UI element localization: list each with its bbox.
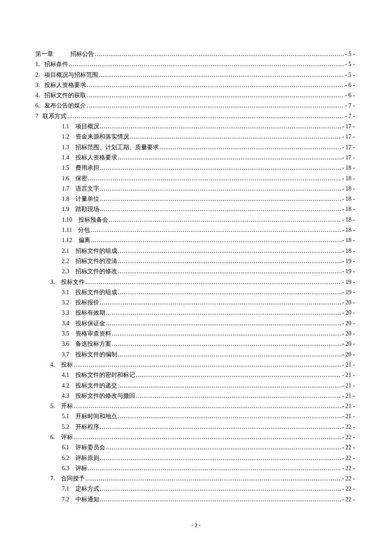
toc-title: 开标程序	[75, 422, 99, 432]
toc-label: 3.2	[62, 298, 69, 308]
toc-page-number: - 18 -	[342, 225, 355, 235]
toc-entry: 2.项目概况与招标范围- 5 -	[35, 70, 355, 80]
toc-leader-dots	[118, 246, 341, 256]
toc-leader-dots	[106, 442, 341, 453]
toc-page-number: - 18 -	[342, 215, 355, 225]
toc-entry: 4.2投标文件的递交- 21 -	[35, 381, 355, 391]
toc-page-number: - 21 -	[342, 411, 355, 422]
toc-leader-dots	[86, 474, 341, 484]
toc-title: 语言文字	[75, 184, 99, 194]
toc-title: 评标原则	[75, 453, 99, 463]
toc-leader-dots	[136, 391, 341, 401]
toc-leader-dots	[100, 194, 341, 204]
toc-leader-dots	[74, 360, 341, 370]
toc-leader-dots	[86, 277, 341, 287]
toc-label: 4.	[35, 90, 40, 101]
toc-entry: 第一章招标公告- 5 -	[35, 49, 355, 59]
toc-title: 项目概况	[75, 121, 99, 132]
toc-entry: 1.4投标人资格要求- 17 -	[35, 153, 355, 163]
toc-page-number: - 22 -	[342, 484, 355, 494]
toc-label: 3.7	[62, 350, 69, 360]
toc-label: 2.2	[62, 256, 69, 266]
toc-title: 招标文件的组成	[75, 246, 117, 256]
toc-label: 4.3	[62, 391, 69, 401]
toc-page-number: - 18 -	[342, 163, 355, 173]
toc-entry: 3.投标人资格要求- 6 -	[35, 80, 355, 90]
toc-entry: 3.2投标报价- 20 -	[35, 298, 355, 308]
toc-label: 3.4	[62, 318, 69, 329]
toc-label: 2.3	[62, 266, 69, 277]
toc-label: 1.5	[62, 163, 69, 173]
toc-leader-dots	[112, 329, 341, 339]
toc-page-number: - 21 -	[342, 401, 355, 411]
toc-label: 3.3	[62, 308, 69, 318]
toc-title: 资金来源和落实情况	[75, 132, 129, 142]
toc-label: 5.2	[62, 422, 69, 432]
toc-label: 7	[35, 111, 38, 121]
toc-page-number: - 21 -	[342, 370, 355, 380]
toc-page-number: - 5 -	[345, 49, 355, 59]
toc-page-number: - 5 -	[345, 70, 355, 80]
toc-leader-dots	[87, 90, 344, 101]
toc-title: 合同授予	[61, 474, 85, 484]
toc-entry: 6.1评标委员会- 22 -	[35, 442, 355, 453]
toc-leader-dots	[100, 422, 341, 432]
toc-page-number: - 20 -	[342, 318, 355, 329]
toc-title: 踏勘现场	[75, 204, 99, 214]
toc-entry: 5.1开标时间和地点- 21 -	[35, 411, 355, 422]
toc-label: 6.	[35, 101, 40, 111]
toc-leader-dots	[91, 225, 341, 235]
toc-page-number: - 22 -	[342, 474, 355, 484]
toc-leader-dots	[100, 484, 341, 494]
toc-entry: 1.9踏勘现场- 18 -	[35, 204, 355, 214]
toc-leader-dots	[118, 350, 341, 360]
toc-entry: 3.1投标文件的组成- 19 -	[35, 287, 355, 298]
toc-label: 3.6	[62, 339, 69, 349]
toc-leader-dots	[99, 70, 344, 80]
toc-page-number: - 7 -	[345, 101, 355, 111]
toc-title: 计量单位	[75, 194, 99, 204]
toc-label: 1.3	[62, 142, 69, 153]
toc-title: 招标条件	[44, 59, 68, 69]
toc-label: 1.4	[62, 153, 69, 163]
toc-page-number: - 6 -	[345, 80, 355, 90]
toc-label: 6.	[50, 432, 55, 442]
toc-label: 6.3	[62, 463, 69, 474]
toc-title: 招标文件的修改	[75, 266, 117, 277]
toc-leader-dots	[100, 204, 341, 214]
toc-entry: 3.5资格审查资料- 20 -	[35, 329, 355, 339]
toc-page-number: - 18 -	[342, 204, 355, 214]
toc-label: 2.	[35, 70, 40, 80]
toc-leader-dots	[160, 142, 341, 153]
toc-title: 资格审查资料	[75, 329, 111, 339]
toc-page-number: - 17 -	[342, 142, 355, 153]
toc-title: 中标通知	[75, 494, 99, 505]
toc-entry: 1.8计量单位- 18 -	[35, 194, 355, 204]
toc-page-number: - 22 -	[342, 463, 355, 474]
toc-title: 招标文件的澄清	[75, 256, 117, 266]
toc-label: 6.2	[62, 453, 69, 463]
toc-entry: 4.3投标文件的修改与撤回- 21 -	[35, 391, 355, 401]
toc-entry: 6.发布公告的媒介- 7 -	[35, 101, 355, 111]
toc-entry: 1.11分包- 18 -	[35, 225, 355, 235]
toc-title: 定标方式	[75, 484, 99, 494]
toc-entry: 5.开标- 21 -	[35, 401, 355, 411]
toc-leader-dots	[100, 494, 341, 505]
toc-leader-dots	[87, 101, 344, 111]
toc-container: 第一章招标公告- 5 -1.招标条件- 5 -2.项目概况与招标范围- 5 -3…	[0, 0, 392, 505]
toc-page-number: - 17 -	[342, 153, 355, 163]
toc-title: 投标报价	[75, 298, 99, 308]
toc-title: 投标人资格要求	[75, 153, 117, 163]
toc-entry: 1.5费用承担- 18 -	[35, 163, 355, 173]
toc-page-number: - 21 -	[342, 391, 355, 401]
toc-title: 开标时间和地点	[75, 411, 117, 422]
toc-title: 招标范围、计划工期、质量要求	[75, 142, 159, 153]
toc-page-number: - 20 -	[342, 308, 355, 318]
toc-title: 费用承担	[75, 163, 99, 173]
toc-label: 4.	[50, 360, 55, 370]
toc-title: 投标预备会	[78, 215, 108, 225]
toc-page-number: - 17 -	[342, 132, 355, 142]
toc-entry: 2.1招标文件的组成- 18 -	[35, 246, 355, 256]
toc-title: 备选投标方案	[75, 339, 111, 349]
toc-entry: 1.6保密- 18 -	[35, 173, 355, 184]
